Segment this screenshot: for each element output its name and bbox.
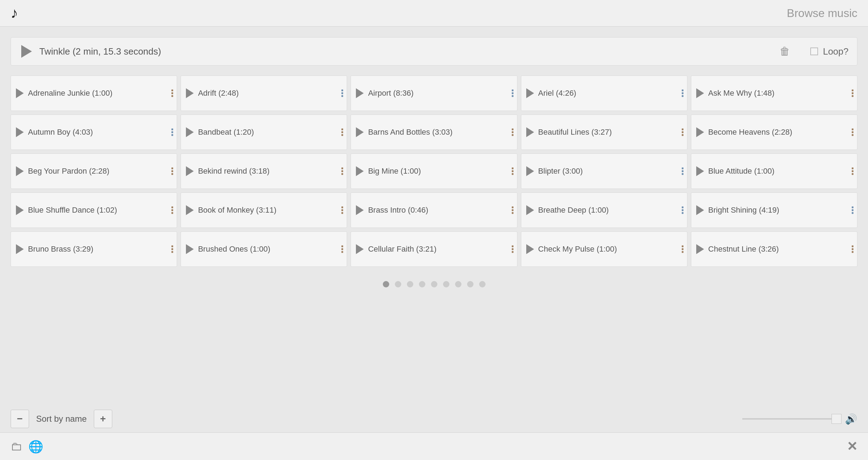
music-item-menu[interactable] — [512, 207, 514, 214]
music-item-menu[interactable] — [341, 90, 343, 97]
now-playing-title: Twinkle (2 min, 15.3 seconds) — [39, 46, 161, 57]
music-item[interactable]: Airport (8:36) — [351, 75, 517, 111]
music-item-menu[interactable] — [512, 90, 514, 97]
music-item[interactable]: Bruno Brass (3:29) — [11, 231, 177, 267]
music-item-menu[interactable] — [171, 168, 173, 175]
page-dot[interactable] — [431, 281, 437, 287]
music-item-menu[interactable] — [682, 246, 683, 253]
music-item-menu[interactable] — [852, 168, 853, 175]
menu-dot — [512, 251, 514, 253]
menu-dot — [682, 168, 683, 169]
volume-thumb[interactable] — [832, 414, 841, 424]
volume-slider[interactable] — [742, 418, 841, 420]
menu-dot — [852, 134, 853, 136]
music-item[interactable]: Chestnut Line (3:26) — [691, 231, 857, 267]
music-item-menu[interactable] — [171, 207, 173, 214]
plus-button[interactable]: + — [94, 410, 112, 428]
play-triangle-icon — [186, 88, 194, 98]
menu-dot — [512, 212, 514, 214]
music-item-title: Ariel (4:26) — [538, 89, 682, 98]
music-item[interactable]: Adrenaline Junkie (1:00) — [11, 75, 177, 111]
music-item-menu[interactable] — [512, 168, 514, 175]
page-dot[interactable] — [395, 281, 401, 287]
page-dot[interactable] — [455, 281, 461, 287]
play-triangle-icon — [16, 88, 24, 98]
menu-dot — [171, 134, 173, 136]
menu-dot — [682, 170, 683, 172]
music-item[interactable]: Barns And Bottles (3:03) — [351, 114, 517, 150]
music-item-title: Book of Monkey (3:11) — [198, 206, 342, 215]
music-item[interactable]: Adrift (2:48) — [181, 75, 347, 111]
play-button[interactable] — [19, 44, 34, 58]
music-item-menu[interactable] — [171, 129, 173, 136]
music-item-menu[interactable] — [682, 90, 683, 97]
page-dot[interactable] — [407, 281, 413, 287]
music-item-menu[interactable] — [852, 207, 853, 214]
menu-dot — [171, 209, 173, 211]
music-logo-icon: ♪ — [11, 5, 18, 22]
menu-dot — [341, 168, 343, 169]
page-dot[interactable] — [383, 281, 389, 287]
music-item-menu[interactable] — [682, 207, 683, 214]
music-item[interactable]: Brushed Ones (1:00) — [181, 231, 347, 267]
play-triangle-icon — [186, 244, 194, 254]
page-dot[interactable] — [479, 281, 486, 287]
menu-dot — [341, 173, 343, 175]
menu-dot — [852, 251, 853, 253]
music-item[interactable]: Bright Shining (4:19) — [691, 192, 857, 228]
play-triangle-icon — [696, 88, 704, 98]
globe-icon[interactable]: 🌐 — [28, 439, 43, 454]
music-item-menu[interactable] — [341, 168, 343, 175]
music-item[interactable]: Big Mine (1:00) — [351, 153, 517, 189]
music-item[interactable]: Beautiful Lines (3:27) — [521, 114, 687, 150]
minus-button[interactable]: − — [11, 410, 29, 428]
menu-dot — [341, 248, 343, 250]
music-item-title: Blue Shuffle Dance (1:02) — [28, 206, 172, 215]
music-item[interactable]: Book of Monkey (3:11) — [181, 192, 347, 228]
menu-dot — [512, 207, 514, 208]
music-item-menu[interactable] — [852, 90, 853, 97]
close-button[interactable]: ✕ — [847, 439, 857, 454]
music-item[interactable]: Bandbeat (1:20) — [181, 114, 347, 150]
page-dot[interactable] — [443, 281, 449, 287]
music-item-menu[interactable] — [852, 129, 853, 136]
music-item[interactable]: Blue Attitude (1:00) — [691, 153, 857, 189]
music-item[interactable]: Breathe Deep (1:00) — [521, 192, 687, 228]
music-item[interactable]: Become Heavens (2:28) — [691, 114, 857, 150]
play-triangle-icon — [696, 244, 704, 254]
menu-dot — [171, 90, 173, 91]
menu-dot — [341, 90, 343, 91]
play-triangle-icon — [186, 205, 194, 215]
folder-icon[interactable]: 🗀 — [11, 439, 23, 453]
menu-dot — [852, 248, 853, 250]
menu-dot — [171, 248, 173, 250]
page-dot[interactable] — [467, 281, 473, 287]
music-item-menu[interactable] — [171, 90, 173, 97]
music-item[interactable]: Ask Me Why (1:48) — [691, 75, 857, 111]
loop-checkbox[interactable] — [810, 47, 818, 55]
music-item-menu[interactable] — [341, 129, 343, 136]
music-item-menu[interactable] — [341, 207, 343, 214]
delete-button[interactable]: 🗑 — [777, 43, 793, 60]
music-item-menu[interactable] — [512, 246, 514, 253]
music-item-menu[interactable] — [341, 246, 343, 253]
music-item[interactable]: Autumn Boy (4:03) — [11, 114, 177, 150]
music-item-menu[interactable] — [682, 129, 683, 136]
menu-dot — [512, 90, 514, 91]
menu-dot — [852, 170, 853, 172]
music-item[interactable]: Cellular Faith (3:21) — [351, 231, 517, 267]
menu-dot — [171, 251, 173, 253]
music-item[interactable]: Blue Shuffle Dance (1:02) — [11, 192, 177, 228]
music-item-menu[interactable] — [512, 129, 514, 136]
music-item-menu[interactable] — [171, 246, 173, 253]
music-item[interactable]: Blipter (3:00) — [521, 153, 687, 189]
music-item[interactable]: Check My Pulse (1:00) — [521, 231, 687, 267]
music-item[interactable]: Ariel (4:26) — [521, 75, 687, 111]
music-item-menu[interactable] — [852, 246, 853, 253]
music-item[interactable]: Bekind rewind (3:18) — [181, 153, 347, 189]
play-triangle-icon — [526, 166, 534, 176]
music-item-menu[interactable] — [682, 168, 683, 175]
music-item[interactable]: Beg Your Pardon (2:28) — [11, 153, 177, 189]
page-dot[interactable] — [419, 281, 425, 287]
music-item[interactable]: Brass Intro (0:46) — [351, 192, 517, 228]
